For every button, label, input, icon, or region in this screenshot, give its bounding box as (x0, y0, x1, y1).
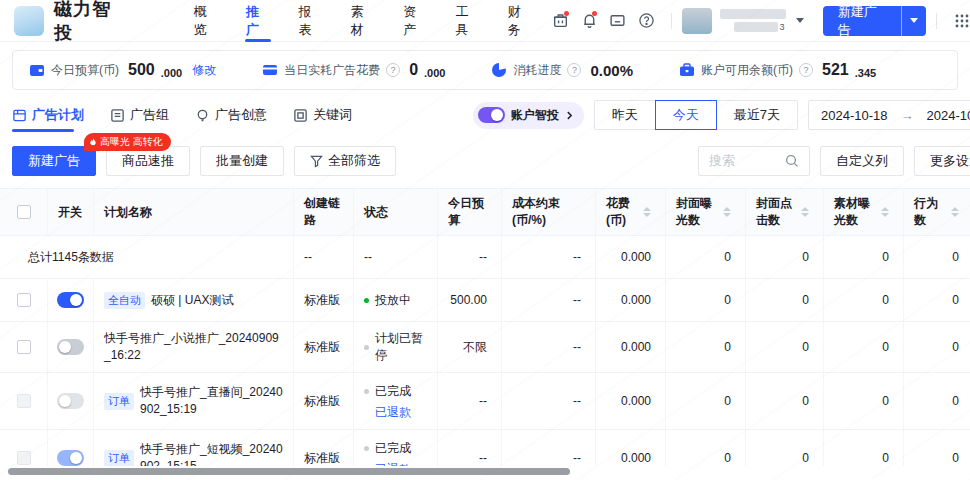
customize-columns-button[interactable]: 自定义列 (820, 146, 904, 176)
col-cost-constraint: 成本约束(币/%) (502, 189, 596, 235)
stat-daily-spend: 当日实耗广告花费 ? 0.000 (262, 61, 445, 79)
nav-item-tools[interactable]: 工具 (442, 0, 494, 42)
col-cover-impressions-sortable[interactable]: 封面曝光数 (666, 189, 746, 235)
nav-item-overview[interactable]: 概览 (180, 0, 232, 42)
apps-grid-icon[interactable] (947, 6, 970, 36)
col-spend-sortable[interactable]: 花费(币) (596, 189, 666, 235)
modify-budget-link[interactable]: 修改 (192, 62, 216, 79)
nav-item-promotion[interactable]: 推广 (232, 0, 284, 42)
horizontal-scrollbar[interactable] (8, 468, 570, 475)
entity-tabs: 广告计划 广告组 广告创意 关键词 (12, 98, 352, 132)
filter-all-button[interactable]: 全部筛选 (294, 146, 396, 176)
sort-icon[interactable] (951, 207, 959, 217)
campaign-toggle[interactable] (57, 292, 84, 308)
date-preset-last7days[interactable]: 最近7天 (716, 100, 798, 130)
info-icon[interactable]: ? (567, 63, 581, 77)
main-nav: 概览 推广 报表 素材 资产 工具 财务 (180, 0, 547, 42)
account-dropdown-caret-icon[interactable] (792, 6, 809, 36)
info-icon[interactable]: ? (386, 63, 400, 77)
search-placeholder: 搜索 (709, 152, 735, 170)
sort-icon[interactable] (723, 207, 731, 217)
info-icon[interactable]: ? (799, 63, 813, 77)
briefcase-icon (679, 62, 695, 78)
new-ad-split-button: 新建广告 (823, 6, 927, 36)
smart-bidding-pill[interactable]: 账户智投 (473, 102, 584, 129)
page: 磁力智投 概览 推广 报表 素材 资产 工具 财务 (0, 0, 970, 480)
username-blurred: 3 (720, 9, 786, 32)
nav-item-materials[interactable]: 素材 (337, 0, 389, 42)
tab-ad-plan[interactable]: 广告计划 (12, 98, 84, 132)
search-input[interactable]: 搜索 (698, 146, 810, 176)
bell-icon[interactable] (575, 6, 604, 36)
keyword-icon (293, 108, 308, 123)
new-ad-dropdown-icon[interactable] (901, 6, 926, 36)
promotions-icon[interactable] (546, 6, 575, 36)
date-preset-group: 昨天 今天 最近7天 (594, 100, 798, 130)
table-row: 快手号推广_小说推广_20240909_16:22 标准版 计划已暂停 不限 -… (0, 322, 970, 373)
status-dot (364, 298, 369, 303)
funnel-icon (310, 155, 323, 168)
col-channel: 创建链路 (294, 189, 354, 235)
budget-value: 500 (128, 61, 155, 79)
chevron-right-icon (565, 111, 574, 120)
help-icon[interactable] (632, 6, 661, 36)
divider (936, 13, 937, 29)
tab-keywords[interactable]: 关键词 (293, 98, 352, 132)
avatar[interactable] (682, 8, 712, 34)
campaign-toggle[interactable] (57, 450, 84, 466)
sort-icon[interactable] (881, 207, 889, 217)
sort-icon[interactable] (643, 207, 651, 217)
date-start: 2024-10-18 (821, 108, 888, 123)
date-arrow: → (901, 108, 914, 123)
campaign-toggle[interactable] (57, 393, 84, 409)
tab-ad-creative[interactable]: 广告创意 (195, 98, 267, 132)
campaign-name-link[interactable]: 硕硕 | UAX测试 (151, 292, 233, 309)
col-actions-sortable[interactable]: 行为数 (904, 189, 970, 235)
tab-ad-group[interactable]: 广告组 (110, 98, 169, 132)
refund-link[interactable]: 已退款 (375, 404, 427, 421)
sort-icon[interactable] (801, 207, 809, 217)
order-tag: 订单 (104, 393, 134, 410)
nav-item-assets[interactable]: 资产 (389, 0, 441, 42)
campaign-name-link[interactable]: 快手号推广_直播间_20240902_15:19 (140, 384, 283, 418)
date-range-picker[interactable]: 2024-10-18 → 2024-10-18 (808, 100, 970, 130)
idea-icon (195, 108, 210, 123)
auto-tag: 全自动 (104, 292, 145, 309)
date-preset-yesterday[interactable]: 昨天 (594, 100, 656, 130)
actions-right-cluster: 搜索 自定义列 更多设置 (698, 146, 970, 176)
smart-bidding-toggle[interactable] (478, 107, 505, 123)
nav-item-finance[interactable]: 财务 (494, 0, 546, 42)
top-nav: 磁力智投 概览 推广 报表 素材 资产 工具 财务 (0, 0, 970, 42)
brand-title: 磁力智投 (54, 0, 128, 45)
new-ad-button[interactable]: 新建广告 (823, 6, 902, 36)
col-material-impressions-sortable[interactable]: 素材曝光数 (824, 189, 904, 235)
group-icon (110, 108, 125, 123)
nav-item-reports[interactable]: 报表 (284, 0, 336, 42)
status-dot (364, 345, 369, 350)
wallet-icon (29, 62, 45, 78)
balance-value: 521 (822, 61, 849, 79)
col-cover-clicks-sortable[interactable]: 封面点击数 (746, 189, 824, 235)
table-row: 全自动 硕硕 | UAX测试 标准版 投放中 500.00 -- 0.000 0… (0, 279, 970, 322)
more-settings-button[interactable]: 更多设置 (914, 146, 970, 176)
row-checkbox[interactable] (17, 451, 31, 465)
row-checkbox[interactable] (17, 293, 31, 307)
actions-row: 高曝光 高转化 新建广告 商品速推 批量创建 全部筛选 搜索 自定义列 更多设置 (0, 146, 970, 176)
batch-create-button[interactable]: 批量创建 (200, 146, 284, 176)
date-end: 2024-10-18 (927, 108, 970, 123)
status-dot (364, 446, 369, 451)
date-preset-today[interactable]: 今天 (655, 100, 717, 130)
col-switch: 开关 (48, 189, 94, 235)
summary-total: 总计1145条数据 (0, 236, 294, 278)
campaign-name-link[interactable]: 快手号推广_小说推广_20240909_16:22 (104, 330, 283, 364)
row-checkbox[interactable] (17, 340, 31, 354)
messages-icon[interactable] (603, 6, 632, 36)
row-checkbox[interactable] (17, 394, 31, 408)
campaign-toggle[interactable] (57, 339, 84, 355)
table-header-row: 开关 计划名称 创建链路 状态 今日预算 成本约束(币/%) 花费(币) 封面曝… (0, 189, 970, 236)
select-all-checkbox[interactable] (17, 205, 31, 219)
brand-logo (14, 6, 44, 36)
plan-icon (12, 108, 27, 123)
notification-dot (564, 11, 569, 16)
col-budget: 今日预算 (438, 189, 502, 235)
